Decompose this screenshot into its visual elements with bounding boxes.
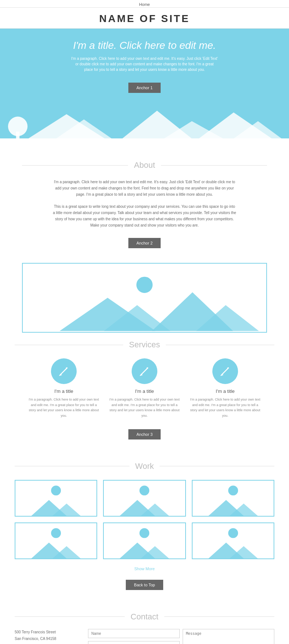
service-icon-3 xyxy=(212,358,238,384)
work-grid xyxy=(15,480,274,559)
hero-paragraph[interactable]: I'm a paragraph. Click here to add your … xyxy=(71,56,218,72)
services-title: Services xyxy=(123,340,166,350)
spacer-1 xyxy=(0,138,289,153)
svg-point-9 xyxy=(136,277,153,293)
contact-title: Contact xyxy=(125,612,164,622)
services-divider: Services xyxy=(15,340,274,350)
svg-point-44 xyxy=(140,528,150,538)
about-paragraph-1[interactable]: I'm a paragraph. Click here to add your … xyxy=(53,179,236,198)
work-divider: Work xyxy=(15,462,274,471)
name-input[interactable] xyxy=(88,629,180,638)
service-text-2[interactable]: I'm a paragraph. Click here to add your … xyxy=(108,397,181,418)
contact-body: 500 Terry Francois Street San Francisco,… xyxy=(15,629,274,644)
site-title: NAME OF SITE xyxy=(0,13,289,25)
service-icon-2 xyxy=(132,358,157,384)
service-item-1: I'm a title I'm a paragraph. Click here … xyxy=(27,358,100,418)
work-item-1[interactable] xyxy=(15,480,97,517)
email-input[interactable] xyxy=(88,641,180,644)
svg-rect-1 xyxy=(16,131,19,138)
contact-section: Contact 500 Terry Francois Street San Fr… xyxy=(0,605,289,644)
service-title-2[interactable]: I'm a title xyxy=(108,388,181,394)
show-more-link[interactable]: Show More xyxy=(134,567,155,571)
work-section: Work xyxy=(0,454,289,605)
contact-form: Send xyxy=(88,629,274,644)
top-nav: Home xyxy=(0,0,289,8)
show-more[interactable]: Show More xyxy=(15,565,274,572)
work-item-2[interactable] xyxy=(103,480,186,517)
service-text-3[interactable]: I'm a paragraph. Click here to add your … xyxy=(189,397,262,418)
svg-point-32 xyxy=(140,485,150,495)
work-item-5[interactable] xyxy=(103,522,186,559)
svg-point-28 xyxy=(51,485,61,495)
service-icon-1 xyxy=(51,358,77,384)
work-item-3[interactable] xyxy=(192,480,274,517)
contact-address-1: 500 Terry Francois Street xyxy=(15,629,81,636)
work-item-6[interactable] xyxy=(192,522,274,559)
work-item-4[interactable] xyxy=(15,522,97,559)
service-item-2: I'm a title I'm a paragraph. Click here … xyxy=(108,358,181,418)
service-title-3[interactable]: I'm a title xyxy=(189,388,262,394)
about-paragraph-2[interactable]: This is a great space to write long text… xyxy=(53,203,236,228)
contact-address-2: San Francisco, CA 94158 xyxy=(15,636,81,642)
services-grid: I'm a title I'm a paragraph. Click here … xyxy=(15,358,274,418)
service-text-1[interactable]: I'm a paragraph. Click here to add your … xyxy=(27,397,100,418)
service-item-3: I'm a title I'm a paragraph. Click here … xyxy=(189,358,262,418)
about-divider: About xyxy=(22,160,267,170)
site-header: NAME OF SITE xyxy=(0,8,289,29)
hero-section: I'm a title. Click here to edit me. I'm … xyxy=(0,29,289,138)
hero-title[interactable]: I'm a title. Click here to edit me. xyxy=(73,40,216,51)
anchor-2-button[interactable]: Anchor 2 xyxy=(128,238,161,248)
svg-point-48 xyxy=(228,528,238,538)
about-title: About xyxy=(128,160,161,170)
large-image-placeholder xyxy=(22,263,267,333)
hero-mountains xyxy=(7,100,282,138)
about-section: About I'm a paragraph. Click here to add… xyxy=(0,153,289,263)
contact-divider: Contact xyxy=(15,612,274,622)
work-title: Work xyxy=(129,462,160,471)
services-section: Services I'm a title I'm a paragraph. Cl… xyxy=(0,333,289,454)
back-to-top-button[interactable]: Back to Top xyxy=(126,580,163,590)
anchor-1-button[interactable]: Anchor 1 xyxy=(128,83,161,93)
svg-point-40 xyxy=(51,528,61,538)
nav-home[interactable]: Home xyxy=(139,2,150,7)
svg-point-36 xyxy=(228,485,238,495)
contact-info: 500 Terry Francois Street San Francisco,… xyxy=(15,629,81,644)
message-input[interactable] xyxy=(183,629,274,644)
service-title-1[interactable]: I'm a title xyxy=(27,388,100,394)
anchor-3-button[interactable]: Anchor 3 xyxy=(128,429,161,439)
